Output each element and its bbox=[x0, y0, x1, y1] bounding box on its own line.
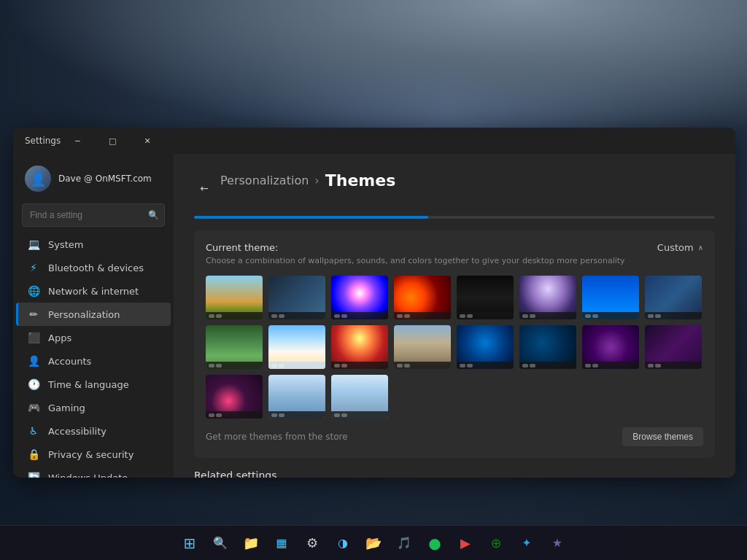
search-input[interactable] bbox=[22, 203, 165, 227]
settings-taskbar-icon[interactable]: ⚙ bbox=[299, 530, 325, 556]
get-more-text: Get more themes from the store bbox=[206, 432, 348, 442]
user-name: Dave @ OnMSFT.com bbox=[58, 174, 152, 184]
theme-card-14[interactable] bbox=[519, 325, 576, 369]
breadcrumb-separator: › bbox=[314, 174, 319, 187]
sidebar-item-personalization-label: Personalization bbox=[48, 309, 120, 320]
sidebar-item-personalization[interactable]: ✏ Personalization bbox=[16, 303, 171, 326]
sidebar-item-gaming-label: Gaming bbox=[48, 402, 85, 413]
content-area: 👤 Dave @ OnMSFT.com 🔍 💻 System ⚡ Bluetoo… bbox=[13, 154, 735, 478]
theme-card-3[interactable] bbox=[331, 276, 388, 319]
search-icon: 🔍 bbox=[148, 210, 159, 220]
accessibility-icon: ♿ bbox=[28, 425, 39, 437]
settings-window: Settings ─ □ ✕ 👤 Dave @ OnMSFT.com 🔍 💻 S… bbox=[13, 128, 735, 478]
breadcrumb-current: Themes bbox=[325, 171, 396, 190]
badge-chevron-icon: ∧ bbox=[698, 244, 703, 252]
widgets-icon[interactable]: ▦ bbox=[268, 530, 295, 556]
theme-card-15[interactable] bbox=[582, 325, 639, 369]
system-icon: 💻 bbox=[28, 238, 39, 250]
theme-card-5[interactable] bbox=[457, 276, 514, 319]
windows-start-icon[interactable]: ⊞ bbox=[177, 530, 203, 556]
sidebar-item-time[interactable]: 🕐 Time & language bbox=[16, 373, 171, 396]
sidebar-item-network[interactable]: 🌐 Network & internet bbox=[16, 279, 171, 303]
theme-card-13[interactable] bbox=[457, 325, 514, 369]
main-content: ← Personalization › Themes Current theme… bbox=[174, 154, 735, 478]
twitter-icon[interactable]: ✦ bbox=[514, 530, 540, 556]
sidebar-item-system-label: System bbox=[48, 239, 83, 250]
theme-scrollbar-fill bbox=[194, 216, 428, 219]
sidebar-item-time-label: Time & language bbox=[48, 379, 129, 390]
theme-card-17[interactable] bbox=[206, 375, 263, 419]
taskbar: ⊞ 🔍 📁 ▦ ⚙ ◑ 📂 🎵 ● ▶ ⊕ ✦ ★ bbox=[0, 525, 747, 560]
sidebar-item-privacy[interactable]: 🔒 Privacy & security bbox=[16, 443, 171, 466]
breadcrumb-parent[interactable]: Personalization bbox=[220, 174, 309, 187]
bluetooth-icon: ⚡ bbox=[28, 262, 39, 273]
theme-card-12[interactable] bbox=[394, 325, 451, 369]
avatar[interactable]: 👤 bbox=[25, 166, 51, 192]
edge-icon[interactable]: ◑ bbox=[330, 530, 356, 556]
sidebar-item-accounts[interactable]: 👤 Accounts bbox=[16, 349, 171, 373]
get-more-themes: Get more themes from the store Browse th… bbox=[206, 421, 703, 446]
sidebar-item-accessibility[interactable]: ♿ Accessibility bbox=[16, 419, 171, 443]
sidebar-item-privacy-label: Privacy & security bbox=[48, 449, 133, 460]
breadcrumb: Personalization › Themes bbox=[220, 171, 395, 190]
sidebar-item-accessibility-label: Accessibility bbox=[48, 426, 107, 437]
sidebar-item-accounts-label: Accounts bbox=[48, 356, 91, 367]
theme-panel-desc: Choose a combination of wallpapers, soun… bbox=[206, 256, 625, 265]
theme-card-10[interactable] bbox=[268, 325, 325, 369]
related-settings-title: Related settings bbox=[194, 470, 715, 478]
window-controls: ─ □ ✕ bbox=[61, 129, 164, 152]
sidebar-item-update-label: Windows Update bbox=[48, 472, 128, 478]
theme-card-11[interactable] bbox=[331, 325, 388, 369]
theme-card-18[interactable] bbox=[268, 375, 325, 419]
sidebar-item-system[interactable]: 💻 System bbox=[16, 233, 171, 256]
accounts-icon: 👤 bbox=[28, 355, 39, 367]
theme-panel-header: Current theme: Choose a combination of w… bbox=[206, 242, 703, 265]
spotify-icon[interactable]: ● bbox=[422, 530, 448, 556]
nav-bar: ← Personalization › Themes bbox=[194, 171, 715, 204]
theme-card-9[interactable] bbox=[206, 325, 263, 369]
sidebar-item-bluetooth[interactable]: ⚡ Bluetooth & devices bbox=[16, 256, 171, 279]
current-theme-badge[interactable]: Custom ∧ bbox=[657, 242, 703, 253]
sidebar-item-gaming[interactable]: 🎮 Gaming bbox=[16, 396, 171, 419]
sidebar-item-apps-label: Apps bbox=[48, 332, 71, 343]
xbox-icon[interactable]: ⊕ bbox=[483, 530, 509, 556]
personalization-icon: ✏ bbox=[28, 308, 39, 320]
teams-icon[interactable]: ★ bbox=[544, 530, 570, 556]
back-button[interactable]: ← bbox=[194, 178, 214, 198]
sidebar-item-update[interactable]: 🔄 Windows Update bbox=[16, 466, 171, 478]
browse-themes-button[interactable]: Browse themes bbox=[622, 427, 703, 446]
theme-card-19[interactable] bbox=[331, 375, 388, 419]
settings-window-title: Settings bbox=[25, 136, 61, 146]
theme-card-1[interactable] bbox=[206, 276, 263, 319]
theme-card-7[interactable] bbox=[582, 276, 639, 319]
privacy-icon: 🔒 bbox=[28, 448, 39, 460]
time-icon: 🕐 bbox=[28, 378, 39, 390]
sidebar-item-bluetooth-label: Bluetooth & devices bbox=[48, 262, 144, 273]
search-taskbar-icon[interactable]: 🔍 bbox=[207, 530, 233, 556]
current-theme-value: Custom bbox=[657, 242, 694, 253]
maximize-button[interactable]: □ bbox=[96, 129, 129, 152]
files-icon[interactable]: 📂 bbox=[360, 530, 387, 556]
theme-card-4[interactable] bbox=[394, 276, 451, 319]
file-explorer-icon[interactable]: 📁 bbox=[238, 530, 264, 556]
theme-card-2[interactable] bbox=[268, 276, 325, 319]
theme-scrollbar bbox=[194, 216, 715, 219]
gaming-icon: 🎮 bbox=[28, 402, 39, 413]
theme-panel: Current theme: Choose a combination of w… bbox=[194, 230, 715, 458]
play-icon[interactable]: ▶ bbox=[452, 530, 479, 556]
network-icon: 🌐 bbox=[28, 285, 39, 297]
close-button[interactable]: ✕ bbox=[131, 129, 164, 152]
theme-card-16[interactable] bbox=[645, 325, 702, 369]
theme-card-8[interactable] bbox=[645, 276, 702, 319]
user-section: 👤 Dave @ OnMSFT.com bbox=[13, 160, 174, 203]
update-icon: 🔄 bbox=[28, 472, 39, 478]
media-icon[interactable]: 🎵 bbox=[391, 530, 417, 556]
theme-card-6[interactable] bbox=[519, 276, 576, 319]
theme-panel-title: Current theme: bbox=[206, 242, 625, 253]
title-bar: Settings ─ □ ✕ bbox=[13, 128, 735, 154]
sidebar-item-apps[interactable]: ⬛ Apps bbox=[16, 326, 171, 349]
search-box: 🔍 bbox=[22, 203, 165, 227]
sidebar: 👤 Dave @ OnMSFT.com 🔍 💻 System ⚡ Bluetoo… bbox=[13, 154, 174, 478]
sidebar-item-network-label: Network & internet bbox=[48, 286, 139, 297]
minimize-button[interactable]: ─ bbox=[61, 129, 94, 152]
